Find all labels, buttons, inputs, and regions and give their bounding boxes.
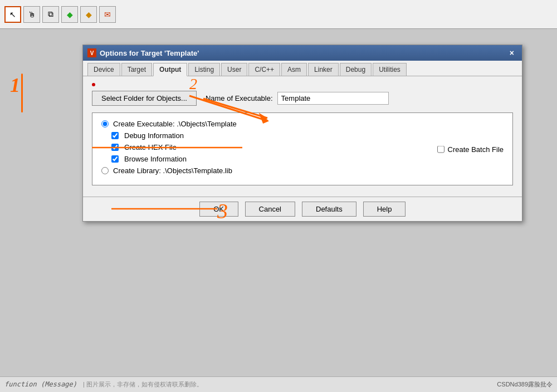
- options-box: Create Executable: .\Objects\Template De…: [92, 112, 513, 185]
- diamond-green-icon: ◆: [67, 10, 73, 19]
- dialog-content: Select Folder for Objects... Name of Exe…: [83, 76, 522, 197]
- dialog-close-button[interactable]: ×: [506, 47, 517, 58]
- cursor-icon: ↖: [9, 10, 16, 19]
- create-exe-row: Create Executable: .\Objects\Template: [101, 120, 504, 128]
- create-batch-label: Create Batch File: [448, 145, 504, 153]
- tab-listing[interactable]: Listing: [188, 63, 220, 76]
- dialog-titlebar: V Options for Target 'Template' ×: [83, 45, 522, 61]
- select-folder-button[interactable]: Select Folder for Objects...: [92, 91, 197, 106]
- dialog-title-icon: V: [87, 48, 96, 57]
- browse-info-label: Browse Information: [124, 155, 187, 163]
- folder-exe-row: Select Folder for Objects... Name of Exe…: [92, 91, 513, 106]
- cursor-button[interactable]: ↖: [4, 6, 21, 23]
- status-left-text: function (Message) | 图片展示，非存储，如有侵权请联系删除。: [4, 380, 203, 389]
- copy-button[interactable]: ⧉: [42, 6, 59, 23]
- status-bar: function (Message) | 图片展示，非存储，如有侵权请联系删除。…: [0, 376, 557, 392]
- debug-info-label: Debug Information: [124, 131, 184, 140]
- create-batch-checkbox[interactable]: [437, 145, 444, 153]
- dialog-footer: OK Cancel Defaults Help: [83, 197, 522, 221]
- exe-name-input[interactable]: [277, 92, 389, 105]
- create-lib-label: Create Library: .\Objects\Template.lib: [113, 166, 232, 175]
- tab-cpp[interactable]: C/C++: [248, 63, 280, 76]
- options-dialog: V Options for Target 'Template' × Device…: [82, 45, 522, 222]
- tab-bar: Device Target Output Listing User C/C++ …: [83, 61, 522, 76]
- help-button[interactable]: Help: [363, 202, 406, 217]
- create-exe-radio[interactable]: [101, 120, 109, 128]
- tab-device[interactable]: Device: [87, 63, 120, 76]
- diamond-white-button[interactable]: ◆: [80, 6, 97, 23]
- tab-user[interactable]: User: [221, 63, 247, 76]
- toolbar: ↖ 🖱 ⧉ ◆ ◆ ✉: [0, 0, 557, 29]
- cancel-button[interactable]: Cancel: [245, 202, 295, 217]
- annotation-number-1: 1: [10, 74, 20, 97]
- chip-button[interactable]: 🖱: [23, 6, 40, 23]
- tab-linker[interactable]: Linker: [308, 63, 339, 76]
- create-lib-row: Create Library: .\Objects\Template.lib: [101, 166, 504, 175]
- tab-target[interactable]: Target: [121, 63, 152, 76]
- create-hex-checkbox[interactable]: [111, 144, 119, 151]
- debug-info-checkbox[interactable]: [111, 132, 119, 139]
- create-exe-label: Create Executable: .\Objects\Template: [113, 120, 237, 128]
- tab-asm[interactable]: Asm: [281, 63, 307, 76]
- tab-utilities[interactable]: Utilities: [373, 63, 407, 76]
- status-right-text: CSDNd389露脸批令: [497, 380, 553, 389]
- annotation-line-1: [21, 74, 23, 112]
- ok-button[interactable]: OK: [199, 202, 238, 217]
- create-batch-area: Create Batch File: [437, 145, 504, 153]
- create-lib-radio[interactable]: [101, 167, 109, 174]
- debug-info-row: Debug Information: [101, 131, 504, 140]
- mail-button[interactable]: ✉: [99, 6, 116, 23]
- create-hex-label: Create HEX File: [124, 143, 177, 151]
- mail-icon: ✉: [104, 10, 111, 19]
- red-dot: [92, 83, 95, 86]
- diamond-white-icon: ◆: [86, 10, 92, 19]
- exe-name-row: Name of Executable:: [206, 92, 389, 105]
- tab-output[interactable]: Output: [153, 63, 187, 76]
- browse-info-checkbox[interactable]: [111, 155, 119, 163]
- tab-debug[interactable]: Debug: [340, 63, 372, 76]
- dialog-title: Options for Target 'Template': [100, 49, 199, 57]
- browse-info-row: Browse Information: [101, 155, 504, 163]
- diamond-green-button[interactable]: ◆: [61, 6, 78, 23]
- main-area: 1 V Options for Target 'Template' × Devi…: [0, 29, 557, 392]
- chip-icon: 🖱: [28, 10, 36, 19]
- defaults-button[interactable]: Defaults: [302, 202, 356, 217]
- exe-name-label: Name of Executable:: [206, 94, 273, 102]
- copy-icon: ⧉: [48, 9, 53, 19]
